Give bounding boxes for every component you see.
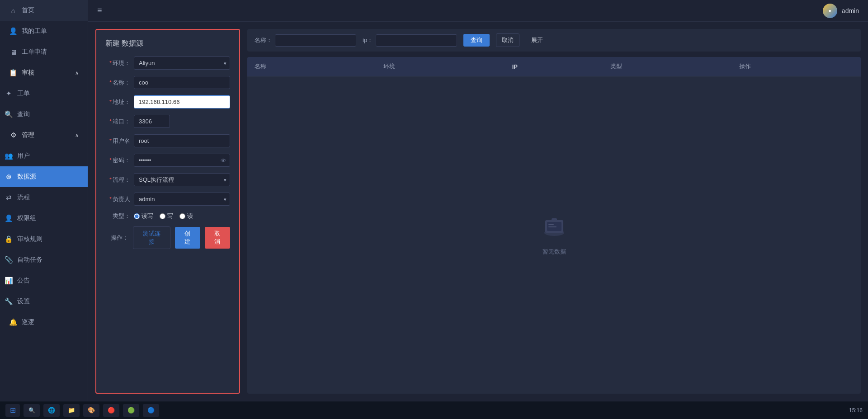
cancel-button[interactable]: 取消 xyxy=(205,227,230,249)
user-icon: 👤 xyxy=(9,27,17,35)
search-name-label: 名称： xyxy=(255,36,272,44)
sidebar-item-audit[interactable]: 📋 审核 ∧ xyxy=(0,62,88,83)
type-w-label[interactable]: 写 xyxy=(160,212,173,220)
sidebar-item-audit-query[interactable]: 🔍 查询 xyxy=(0,104,88,125)
create-button[interactable]: 创建 xyxy=(175,227,200,249)
sidebar-item-label: 公告 xyxy=(17,277,30,285)
wrench-icon: 🔧 xyxy=(5,297,13,306)
flow-row: 流程： SQL执行流程 ▾ xyxy=(105,173,230,186)
addr-row: 地址： xyxy=(105,95,230,108)
data-table: 名称 环境 IP 类型 xyxy=(247,57,861,76)
sidebar-item-label: 首页 xyxy=(22,6,34,14)
user-row: 用户名 xyxy=(105,134,230,147)
taskbar: ⊞ 🔍 🌐 📁 🎨 🔴 🟢 🔵 15:16 xyxy=(0,401,868,419)
col-env: 环境 xyxy=(376,57,505,76)
test-connection-button[interactable]: 测试连接 xyxy=(133,226,170,249)
search-ip-field: ip： xyxy=(363,34,457,47)
sidebar-item-user[interactable]: 👥 用户 xyxy=(0,146,88,166)
sidebar-item-my-workorder[interactable]: 👤 我的工单 xyxy=(0,21,88,42)
type-rw-radio[interactable] xyxy=(134,213,140,219)
name-row: 名称： xyxy=(105,76,230,89)
top-bar-right: ● admin xyxy=(823,4,859,18)
type-w-radio[interactable] xyxy=(160,213,165,219)
env-select[interactable]: Aliyun xyxy=(134,56,230,70)
page-body: 新建 数据源 环境： Aliyun ▾ 名称： xyxy=(88,22,868,401)
flow-select[interactable]: SQL执行流程 xyxy=(134,173,230,186)
ops-row: 操作： 测试连接 创建 取消 xyxy=(105,226,230,249)
port-input[interactable] xyxy=(134,115,170,128)
username-input[interactable] xyxy=(134,134,230,147)
search-bar: 名称： ip： 查询 取消 展开 xyxy=(247,29,861,52)
sidebar-item-workorder-apply[interactable]: 🖥 工单申请 xyxy=(0,42,88,62)
type-w-text: 写 xyxy=(167,212,173,220)
taskbar-search[interactable]: 🔍 xyxy=(24,404,40,417)
flow-label: 流程： xyxy=(105,176,130,184)
search-name-input[interactable] xyxy=(275,34,356,47)
owner-select[interactable]: admin xyxy=(134,193,230,206)
env-row: 环境： Aliyun ▾ xyxy=(105,56,230,70)
addr-input[interactable] xyxy=(134,95,230,108)
sidebar-item-workflow[interactable]: ⇄ 流程 xyxy=(0,187,88,208)
port-label: 端口： xyxy=(105,118,130,126)
top-bar-left: ≡ xyxy=(97,6,102,15)
query-icon: 🔍 xyxy=(5,110,13,118)
sidebar-item-patrol[interactable]: 🔔 巡逻 xyxy=(0,312,88,333)
type-radio-group: 读写 写 读 xyxy=(134,212,193,220)
sidebar-item-management[interactable]: ⚙ 管理 ∧ xyxy=(0,125,88,146)
taskbar-clock: 15:16 xyxy=(849,407,863,414)
search-ip-label: ip： xyxy=(363,36,373,44)
query-button[interactable]: 查询 xyxy=(463,34,490,47)
eye-icon[interactable]: 👁 xyxy=(221,157,226,164)
type-label: 类型： xyxy=(105,212,130,220)
main-content: ≡ ● admin 新建 数据源 环境： Aliyun xyxy=(88,0,868,401)
sidebar-item-audit-rule[interactable]: 🔒 审核规则 xyxy=(0,229,88,250)
ops-label: 操作： xyxy=(105,234,128,242)
sidebar-item-permission-group[interactable]: 👤 权限组 xyxy=(0,208,88,229)
search-ip-input[interactable] xyxy=(376,34,457,47)
search-name-field: 名称： xyxy=(255,34,356,47)
sidebar-item-settings[interactable]: 🔧 设置 xyxy=(0,291,88,312)
form-title: 新建 数据源 xyxy=(105,39,230,48)
sidebar-item-auto-task[interactable]: 📎 自动任务 xyxy=(0,250,88,270)
audit-icon: 📋 xyxy=(9,69,17,77)
taskbar-app-4[interactable]: 🔴 xyxy=(103,404,119,417)
user-label: 用户名 xyxy=(105,137,130,145)
expand-button[interactable]: 展开 xyxy=(526,34,548,47)
col-name: 名称 xyxy=(247,57,376,76)
home-icon: ⌂ xyxy=(9,7,17,14)
type-r-radio[interactable] xyxy=(179,213,185,219)
sidebar-item-label: 数据源 xyxy=(17,173,36,181)
sidebar-item-datasource[interactable]: ⊛ 数据源 xyxy=(0,166,88,187)
env-label: 环境： xyxy=(105,59,130,67)
password-input[interactable] xyxy=(134,154,230,167)
cancel-search-button[interactable]: 取消 xyxy=(496,33,519,47)
taskbar-app-3[interactable]: 🎨 xyxy=(83,404,99,417)
sidebar-item-audit-workorder[interactable]: ✦ 工单 xyxy=(0,83,88,104)
sidebar-item-announcement[interactable]: 📊 公告 xyxy=(0,270,88,291)
name-input[interactable] xyxy=(134,76,230,89)
sidebar-item-label: 巡逻 xyxy=(22,318,34,326)
type-r-label[interactable]: 读 xyxy=(179,212,193,220)
type-rw-label[interactable]: 读写 xyxy=(134,212,153,220)
sidebar-item-label: 流程 xyxy=(17,193,30,202)
sidebar-item-label: 权限组 xyxy=(17,214,36,222)
chevron-up-icon: ∧ xyxy=(75,132,79,138)
start-button[interactable]: ⊞ xyxy=(5,404,20,417)
new-datasource-form: 新建 数据源 环境： Aliyun ▾ 名称： xyxy=(95,29,240,394)
sidebar-item-label: 工单 xyxy=(17,89,30,98)
sidebar-item-home[interactable]: ⌂ 首页 xyxy=(0,0,88,21)
taskbar-app-2[interactable]: 📁 xyxy=(63,404,80,417)
taskbar-app-1[interactable]: 🌐 xyxy=(43,404,60,417)
sidebar-item-label: 审核规则 xyxy=(17,235,42,243)
port-row: 端口： xyxy=(105,115,230,128)
taskbar-left: ⊞ 🔍 🌐 📁 🎨 🔴 🟢 🔵 xyxy=(5,404,159,417)
taskbar-app-5[interactable]: 🟢 xyxy=(123,404,139,417)
menu-toggle-icon[interactable]: ≡ xyxy=(97,6,102,15)
taskbar-app-6[interactable]: 🔵 xyxy=(143,404,159,417)
avatar-text: ● xyxy=(829,8,831,13)
permission-icon: 👤 xyxy=(5,214,13,222)
name-label: 名称： xyxy=(105,79,130,87)
type-row: 类型： 读写 写 读 xyxy=(105,212,230,220)
sidebar-item-label: 用户 xyxy=(17,152,30,160)
empty-state: 暂无数据 xyxy=(247,76,861,394)
